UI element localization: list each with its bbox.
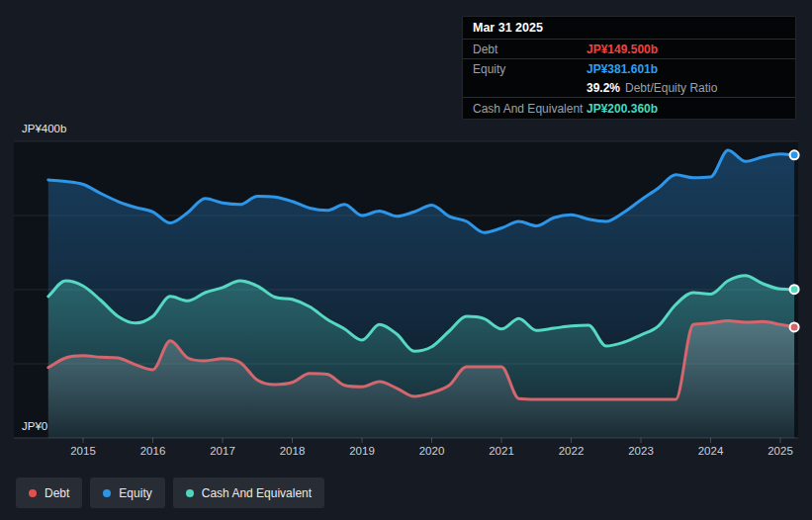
tooltip-date: Mar 31 2025 xyxy=(463,17,795,39)
x-axis xyxy=(14,438,798,443)
x-axis-label-2022: 2022 xyxy=(559,445,585,457)
cash-and-equivalent-end-dot xyxy=(790,285,799,294)
x-axis-label-2019: 2019 xyxy=(349,445,375,457)
legend-cash-label: Cash And Equivalent xyxy=(202,486,312,500)
y-axis-label-zero: JP¥0 xyxy=(22,420,47,432)
debt-end-dot xyxy=(790,322,799,331)
tooltip-ratio: 39.2%Debt/Equity Ratio xyxy=(586,81,717,95)
x-axis-label-2025: 2025 xyxy=(767,445,793,457)
tooltip: Mar 31 2025 Debt JP¥149.500b Equity JP¥3… xyxy=(462,16,796,120)
debt-dot-icon xyxy=(29,489,37,497)
x-axis-label-2021: 2021 xyxy=(489,445,514,457)
legend-equity-label: Equity xyxy=(119,486,151,500)
legend-item-cash[interactable]: Cash And Equivalent xyxy=(173,477,324,508)
x-axis-label-2024: 2024 xyxy=(698,445,724,457)
equity-dot-icon xyxy=(103,489,111,497)
tooltip-row-cash: Cash And Equivalent JP¥200.360b xyxy=(463,97,795,119)
tooltip-equity-label: Equity xyxy=(473,62,586,76)
legend-debt-label: Debt xyxy=(45,486,69,500)
tooltip-row-debt: Debt JP¥149.500b xyxy=(463,39,795,58)
tooltip-cash-label: Cash And Equivalent xyxy=(473,102,586,116)
cash-dot-icon xyxy=(186,489,194,497)
tooltip-ratio-value: 39.2% xyxy=(586,81,620,95)
tooltip-debt-label: Debt xyxy=(473,43,586,56)
tooltip-row-equity: Equity JP¥381.601b xyxy=(463,58,795,78)
equity-end-dot xyxy=(790,150,799,159)
legend-item-equity[interactable]: Equity xyxy=(90,477,164,508)
tooltip-ratio-label: Debt/Equity Ratio xyxy=(625,81,717,95)
tooltip-row-ratio: 39.2%Debt/Equity Ratio xyxy=(463,78,795,97)
x-axis-label-2016: 2016 xyxy=(140,445,166,457)
x-axis-label-2023: 2023 xyxy=(628,445,654,457)
legend-item-debt[interactable]: Debt xyxy=(16,477,82,508)
tooltip-debt-value: JP¥149.500b xyxy=(586,43,658,56)
legend: Debt Equity Cash And Equivalent xyxy=(16,477,324,508)
y-axis-label-top: JP¥400b xyxy=(22,123,66,134)
tooltip-equity-value: JP¥381.601b xyxy=(586,62,658,76)
tooltip-cash-value: JP¥200.360b xyxy=(586,102,658,116)
x-axis-label-2020: 2020 xyxy=(419,445,445,457)
x-axis-label-2015: 2015 xyxy=(70,445,96,457)
x-axis-label-2017: 2017 xyxy=(210,445,235,457)
x-axis-label-2018: 2018 xyxy=(280,445,306,457)
